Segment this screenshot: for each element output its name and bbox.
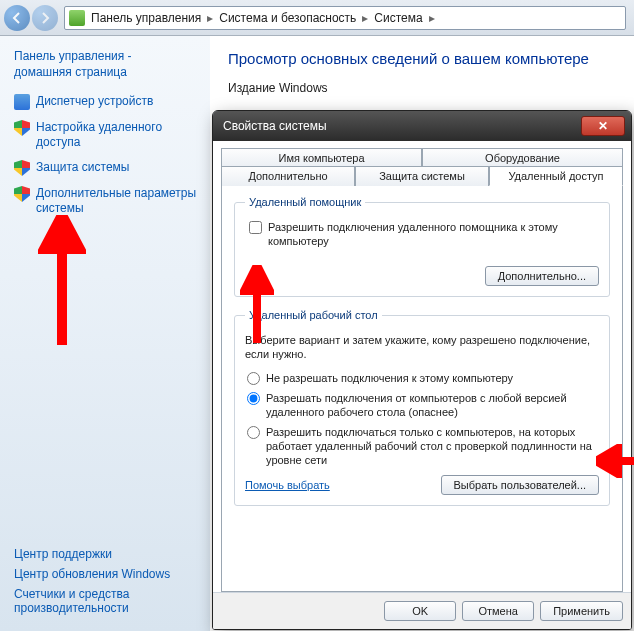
radio-label: Разрешить подключаться только с компьюте… <box>266 425 599 467</box>
control-panel-home-link[interactable]: Панель управления - домашняя страница <box>14 48 202 80</box>
chevron-right-icon: ▸ <box>207 11 213 25</box>
select-users-button[interactable]: Выбрать пользователей... <box>441 475 600 495</box>
see-also-link[interactable]: Центр поддержки <box>14 547 202 561</box>
sidebar-link-system-protection[interactable]: Защита системы <box>14 160 202 176</box>
tab-system-protection[interactable]: Защита системы <box>355 166 489 186</box>
address-bar: Панель управления ▸ Система и безопаснос… <box>0 0 634 36</box>
breadcrumb[interactable]: Панель управления ▸ Система и безопаснос… <box>64 6 626 30</box>
close-icon: ✕ <box>598 119 608 133</box>
sidebar: Панель управления - домашняя страница Ди… <box>0 36 210 631</box>
page-title: Просмотр основных сведений о вашем компь… <box>228 50 616 67</box>
back-button[interactable] <box>4 5 30 31</box>
tab-content-remote: Удаленный помощник Разрешить подключения… <box>221 185 623 592</box>
monitor-icon <box>14 94 30 110</box>
rd-option-any-version[interactable] <box>247 392 260 405</box>
home-line2: домашняя страница <box>14 65 127 79</box>
allow-remote-assistance-checkbox[interactable] <box>249 221 262 234</box>
shield-icon <box>14 160 30 176</box>
remote-assistance-group: Удаленный помощник Разрешить подключения… <box>234 196 610 297</box>
see-also: Центр поддержки Центр обновления Windows… <box>14 547 202 621</box>
sidebar-link-label: Настройка удаленного доступа <box>36 120 202 150</box>
ok-button[interactable]: OK <box>384 601 456 621</box>
shield-icon <box>14 120 30 136</box>
group-legend: Удаленный помощник <box>245 196 365 208</box>
cancel-button[interactable]: Отмена <box>462 601 534 621</box>
sidebar-link-label: Диспетчер устройств <box>36 94 153 109</box>
tab-advanced[interactable]: Дополнительно <box>221 166 355 186</box>
shield-icon <box>14 186 30 202</box>
sidebar-link-device-manager[interactable]: Диспетчер устройств <box>14 94 202 110</box>
remote-desktop-group: Удаленный рабочий стол Выберите вариант … <box>234 309 610 506</box>
sidebar-link-remote-settings[interactable]: Настройка удаленного доступа <box>14 120 202 150</box>
system-properties-dialog: Свойства системы ✕ Имя компьютера Оборуд… <box>212 110 632 630</box>
sidebar-link-label: Дополнительные параметры системы <box>36 186 202 216</box>
sidebar-link-label: Защита системы <box>36 160 129 175</box>
radio-label: Разрешать подключения от компьютеров с л… <box>266 391 599 419</box>
close-button[interactable]: ✕ <box>581 116 625 136</box>
group-description: Выберите вариант и затем укажите, кому р… <box>245 333 599 361</box>
breadcrumb-item[interactable]: Панель управления <box>91 11 201 25</box>
titlebar[interactable]: Свойства системы ✕ <box>213 111 631 141</box>
see-also-link[interactable]: Центр обновления Windows <box>14 567 202 581</box>
rd-option-nla-only[interactable] <box>247 426 260 439</box>
rd-option-dont-allow[interactable] <box>247 372 260 385</box>
annotation-arrow <box>596 444 634 478</box>
section-heading: Издание Windows <box>228 81 616 95</box>
see-also-link[interactable]: Счетчики и средства производительности <box>14 587 202 615</box>
home-line1: Панель управления - <box>14 49 132 63</box>
checkbox-label: Разрешить подключения удаленного помощни… <box>268 220 599 248</box>
chevron-right-icon: ▸ <box>362 11 368 25</box>
advanced-button[interactable]: Дополнительно... <box>485 266 599 286</box>
control-panel-icon <box>69 10 85 26</box>
sidebar-link-advanced-system[interactable]: Дополнительные параметры системы <box>14 186 202 216</box>
annotation-arrow <box>38 215 86 345</box>
radio-label: Не разрешать подключения к этому компьют… <box>266 371 513 385</box>
breadcrumb-item[interactable]: Система <box>374 11 422 25</box>
tab-computer-name[interactable]: Имя компьютера <box>221 148 422 167</box>
help-me-choose-link[interactable]: Помочь выбрать <box>245 479 330 491</box>
forward-button[interactable] <box>32 5 58 31</box>
annotation-arrow <box>240 265 274 343</box>
tab-remote[interactable]: Удаленный доступ <box>489 166 623 186</box>
dialog-footer: OK Отмена Применить <box>213 592 631 629</box>
apply-button[interactable]: Применить <box>540 601 623 621</box>
tab-hardware[interactable]: Оборудование <box>422 148 623 167</box>
dialog-title: Свойства системы <box>223 119 581 133</box>
tab-strip: Имя компьютера Оборудование Дополнительн… <box>213 141 631 185</box>
breadcrumb-item[interactable]: Система и безопасность <box>219 11 356 25</box>
chevron-right-icon: ▸ <box>429 11 435 25</box>
